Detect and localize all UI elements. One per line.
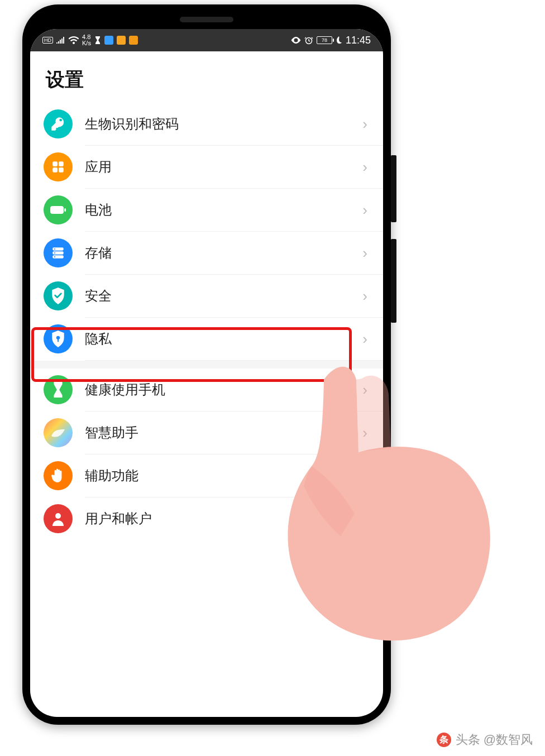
hourglass-icon <box>44 375 73 404</box>
shield-lock-icon <box>44 324 73 353</box>
status-bar: HD 4.8 K/s <box>30 29 383 51</box>
settings-item-label: 智慧助手 <box>85 424 362 442</box>
chevron-right-icon: › <box>362 288 370 305</box>
apps-icon <box>44 152 73 181</box>
status-time: 11:45 <box>346 35 371 46</box>
phone-speaker <box>180 17 233 22</box>
svg-rect-1 <box>52 161 58 166</box>
chevron-right-icon: › <box>362 159 370 176</box>
settings-item-label: 电池 <box>85 201 362 219</box>
settings-item-security[interactable]: 安全 › <box>85 275 383 318</box>
net-speed: 4.8 K/s <box>82 34 91 46</box>
settings-item-assistant[interactable]: 智慧助手 › <box>85 412 383 454</box>
screen: HD 4.8 K/s <box>30 29 383 717</box>
svg-point-10 <box>54 248 55 250</box>
alarm-icon <box>304 36 313 45</box>
section-divider <box>30 361 383 369</box>
settings-item-label: 隐私 <box>85 330 362 348</box>
svg-point-11 <box>54 252 55 253</box>
leaf-icon <box>336 36 342 44</box>
signal-icon <box>56 37 65 44</box>
svg-rect-3 <box>52 168 58 173</box>
storage-icon <box>44 238 73 267</box>
chevron-right-icon: › <box>362 331 370 348</box>
battery-indicator: 78 <box>317 36 332 44</box>
chevron-right-icon: › <box>362 202 370 219</box>
chevron-right-icon: › <box>362 116 370 133</box>
svg-point-15 <box>55 513 61 519</box>
page-title: 设置 <box>30 51 383 103</box>
settings-item-digital-wellbeing[interactable]: 健康使用手机 › <box>85 369 383 412</box>
settings-item-label: 安全 <box>85 287 362 305</box>
svg-rect-4 <box>59 168 64 173</box>
settings-item-label: 应用 <box>85 158 362 176</box>
app-indicator-icon <box>129 36 138 45</box>
hand-icon <box>44 461 73 490</box>
battery-icon <box>44 195 73 224</box>
side-button <box>391 155 396 222</box>
settings-item-storage[interactable]: 存储 › <box>85 232 383 275</box>
side-button <box>391 239 396 323</box>
settings-item-biometrics[interactable]: 生物识别和密码 › <box>85 103 383 146</box>
app-indicator-icon <box>117 36 126 45</box>
app-indicator-icon <box>104 36 113 45</box>
settings-item-privacy[interactable]: 隐私 › <box>85 318 383 361</box>
watermark: 条 头条 @数智风 <box>437 731 533 748</box>
svg-point-12 <box>54 256 55 257</box>
chevron-right-icon: › <box>362 381 370 399</box>
hd-badge: HD <box>42 37 53 44</box>
settings-item-label: 用户和帐户 <box>85 510 362 528</box>
settings-item-label: 存储 <box>85 244 362 262</box>
hourglass-small-icon <box>94 36 101 44</box>
settings-item-users-accounts[interactable]: 用户和帐户 › <box>85 497 383 540</box>
chevron-right-icon: › <box>362 510 370 528</box>
settings-item-label: 生物识别和密码 <box>85 115 362 133</box>
settings-item-battery[interactable]: 电池 › <box>85 189 383 232</box>
shield-check-icon <box>44 281 73 310</box>
settings-list: 生物识别和密码 › 应用 › 电池 › <box>30 103 383 540</box>
svg-rect-14 <box>58 339 59 342</box>
phone-frame: HD 4.8 K/s <box>22 4 391 725</box>
svg-rect-5 <box>50 206 64 214</box>
chevron-right-icon: › <box>362 245 370 262</box>
settings-item-label: 健康使用手机 <box>85 381 362 399</box>
watermark-icon: 条 <box>437 733 451 747</box>
key-icon <box>44 109 73 138</box>
svg-rect-2 <box>59 161 64 166</box>
person-icon <box>44 504 73 533</box>
wifi-icon <box>69 36 79 44</box>
settings-item-label: 辅助功能 <box>85 467 362 485</box>
watermark-text: 头条 @数智风 <box>456 731 533 748</box>
settings-item-apps[interactable]: 应用 › <box>85 146 383 189</box>
settings-item-accessibility[interactable]: 辅助功能 › <box>85 454 383 497</box>
chevron-right-icon: › <box>362 467 370 485</box>
eye-icon <box>291 37 301 44</box>
chevron-right-icon: › <box>362 424 370 442</box>
assistant-icon <box>44 418 73 447</box>
svg-rect-6 <box>64 208 66 212</box>
